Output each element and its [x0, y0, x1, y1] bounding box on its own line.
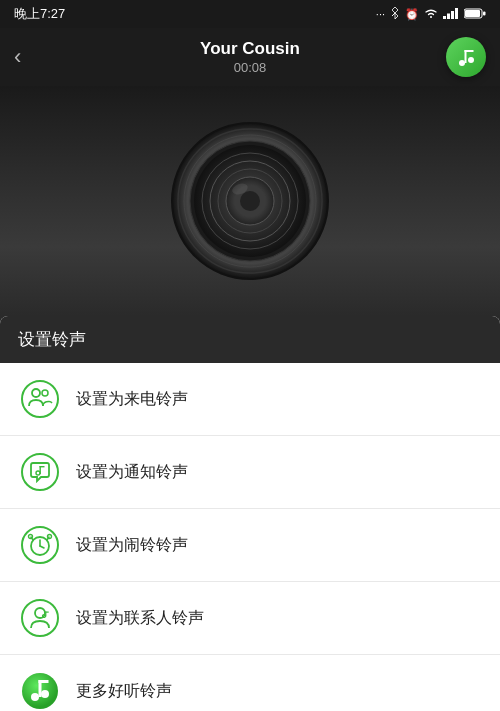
alarm-icon: ⏰: [405, 8, 419, 21]
svg-line-33: [40, 546, 44, 548]
svg-rect-1: [447, 13, 450, 19]
more-music-icon: [18, 669, 62, 711]
more-label: 更多好听铃声: [76, 681, 172, 702]
header: ‹ Your Cousin 00:08: [0, 28, 500, 86]
signal-icon: [443, 8, 459, 21]
ringtone-icon: [18, 377, 62, 421]
track-time: 00:08: [234, 60, 267, 75]
wifi-icon: [424, 8, 438, 21]
music-app-icon[interactable]: [446, 37, 486, 77]
menu-item-contact[interactable]: 设置为联系人铃声: [0, 582, 500, 655]
svg-point-21: [240, 191, 260, 211]
alarm-label: 设置为闹铃铃声: [76, 535, 188, 556]
svg-rect-10: [465, 50, 474, 52]
signal-dots-icon: ···: [376, 8, 385, 20]
svg-point-27: [36, 471, 40, 475]
menu-item-more[interactable]: 更多好听铃声: [0, 655, 500, 711]
contact-label: 设置为联系人铃声: [76, 608, 204, 629]
menu-item-ringtone[interactable]: 设置为来电铃声: [0, 363, 500, 436]
svg-point-7: [459, 60, 465, 66]
notification-icon: [18, 450, 62, 494]
bluetooth-icon: [390, 6, 400, 22]
svg-point-25: [42, 390, 48, 396]
back-button[interactable]: ‹: [14, 44, 21, 70]
menu-item-notification[interactable]: 设置为通知铃声: [0, 436, 500, 509]
menu-section-header: 设置铃声: [0, 316, 500, 363]
track-title: Your Cousin: [200, 38, 300, 60]
status-time: 晚上7:27: [14, 5, 65, 23]
svg-rect-47: [39, 680, 49, 683]
ringtone-label: 设置为来电铃声: [76, 389, 188, 410]
status-bar: 晚上7:27 ··· ⏰: [0, 0, 500, 28]
svg-rect-6: [483, 11, 486, 15]
svg-rect-2: [451, 11, 454, 19]
svg-rect-3: [455, 8, 458, 19]
svg-point-45: [41, 690, 49, 698]
status-icons: ··· ⏰: [376, 6, 486, 22]
contact-icon: [18, 596, 62, 640]
alarm-ring-icon: [18, 523, 62, 567]
menu-panel: 设置铃声 设置为来电铃声: [0, 316, 500, 711]
svg-point-23: [22, 381, 58, 417]
speaker-area: [0, 86, 500, 316]
svg-rect-0: [443, 16, 446, 19]
menu-item-alarm[interactable]: 设置为闹铃铃声: [0, 509, 500, 582]
notification-label: 设置为通知铃声: [76, 462, 188, 483]
menu-section-title: 设置铃声: [18, 330, 86, 349]
svg-rect-29: [40, 466, 45, 467]
svg-point-44: [31, 693, 39, 701]
svg-rect-42: [45, 612, 49, 613]
svg-point-39: [35, 608, 45, 618]
svg-rect-5: [465, 10, 480, 17]
battery-icon: [464, 8, 486, 21]
speaker-graphic: [170, 121, 330, 281]
svg-point-24: [32, 389, 40, 397]
svg-point-8: [468, 57, 474, 63]
